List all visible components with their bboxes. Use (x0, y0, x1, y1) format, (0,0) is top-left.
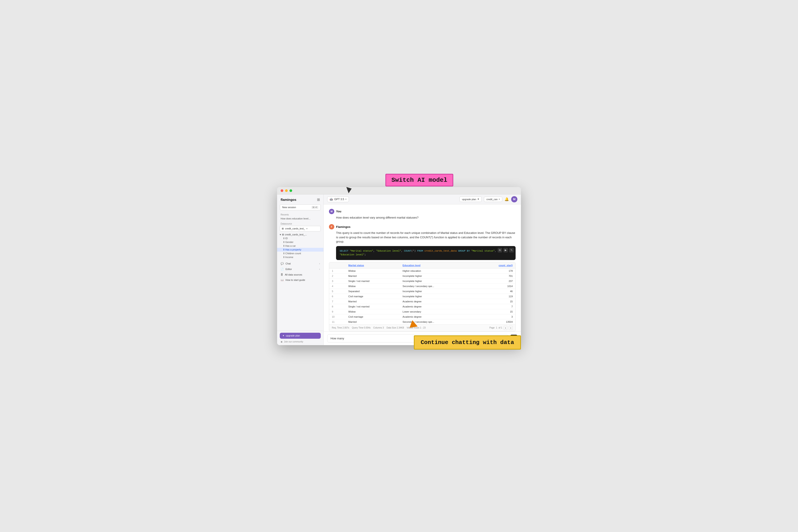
sidebar-item-editor-left: 📄 Editor (281, 268, 292, 271)
sql-code-block: ⧉ ▶ ✎ SELECT "Marital status", "Educatio… (336, 246, 516, 260)
sql-copy-button[interactable]: ⧉ (498, 248, 502, 252)
sidebar-item-datasources-label: All data sources (285, 273, 302, 276)
page-num: 1 (496, 326, 497, 329)
table-row: 3 Single / not married Incomplete higher… (329, 279, 515, 284)
tree-child-childrencount[interactable]: Ⅱ Children count (277, 252, 323, 255)
tree-parent-label: credit_cards_test_... (285, 233, 307, 236)
title-bar (277, 187, 521, 194)
col-header-marital[interactable]: Marital status (346, 263, 400, 268)
credit-chevron-icon: ▾ (499, 198, 500, 201)
sidebar-item-howto-label: How to start guide (285, 279, 305, 281)
user-message-header: M You (329, 209, 516, 214)
data-size: Data Size 2.34KB (386, 326, 404, 329)
upgrade-plan-label: upgrade plan (462, 198, 476, 201)
tree-child-label-id: ID (285, 237, 288, 240)
table-row: 11 Married Secondary / secondary spe... … (329, 319, 515, 324)
table-footer: Req. Time 2.007s Query Time 0.004s Colum… (329, 324, 515, 331)
tree-col-icon-hascar: Ⅱ (283, 245, 284, 247)
tree-child-label-childrencount: Children count (285, 252, 301, 255)
sidebar-nav: 💬 Chat › 📄 Editor › 🗄 (277, 261, 323, 331)
tree-child-label-gender: Gender (285, 241, 293, 243)
tree-col-icon-income: Ⅱ (283, 256, 284, 259)
top-bar: 🤖 GPT 3.5 ▾ upgrade plan ✦ credit_can ▾ (324, 194, 521, 204)
new-session-shortcut: ⌘+K (311, 206, 318, 209)
community-label: Join our community (284, 341, 303, 343)
svg-marker-1 (410, 320, 419, 330)
tree-table-icon: ⊞ (282, 233, 284, 236)
tree-col-icon-gender: Ⅱ (283, 241, 284, 244)
sidebar-item-howto[interactable]: 📖 How to start guide (277, 277, 323, 283)
main-content: 🤖 GPT 3.5 ▾ upgrade plan ✦ credit_can ▾ (324, 194, 521, 345)
sql-edit-button[interactable]: ✎ (509, 248, 514, 252)
tree-child-hascar[interactable]: Ⅱ Has a car (277, 244, 323, 248)
tree-parent[interactable]: ▾ ⊞ credit_cards_test_... (277, 233, 323, 236)
svg-marker-0 (346, 185, 353, 193)
table-row: 5 Separated Incomplete higher 46 (329, 289, 515, 294)
sidebar-item-chat[interactable]: 💬 Chat › (277, 261, 323, 266)
tree-child-id[interactable]: Ⅱ ID (277, 236, 323, 240)
ai-message-name: Flamingos (336, 225, 350, 229)
upgrade-icon: ✦ (282, 334, 284, 337)
upgrade-plan-sidebar-button[interactable]: ✦ upgrade plan (280, 333, 321, 339)
chat-area: M You How does education level vary amon… (324, 204, 521, 331)
app-layout: flamingos ⊞ New session ⌘+K Recents How … (277, 194, 521, 345)
datasource-selector[interactable]: ⊞ credit_cards_test_ ▾ (280, 226, 321, 231)
datasource-label: Datasource (277, 221, 323, 226)
editor-icon: 📄 (281, 268, 284, 271)
table-row: 2 Married Incomplete higher 701 (329, 273, 515, 279)
ai-message-block: F Flamingos This query is used to count … (329, 224, 516, 331)
chat-icon: 💬 (281, 262, 284, 265)
row-education: Higher education (400, 268, 475, 273)
sql-code: SELECT "Marital status", "Education leve… (340, 249, 512, 257)
sql-actions: ⧉ ▶ ✎ (498, 248, 514, 252)
sidebar-item-datasources[interactable]: 🗄 All data sources (277, 272, 323, 277)
table-header: Marital status Education level count_sta… (329, 263, 515, 268)
sidebar-item-editor[interactable]: 📄 Editor › (277, 266, 323, 272)
recents-label: Recents (277, 213, 323, 216)
user-message-avatar: M (329, 209, 334, 214)
tree-child-income[interactable]: Ⅱ Income (277, 255, 323, 259)
recent-item[interactable]: How does education level... (277, 216, 323, 221)
traffic-light-green[interactable] (289, 189, 292, 192)
credit-button[interactable]: credit_can ▾ (484, 197, 502, 202)
model-label: GPT 3.5 (334, 198, 344, 201)
chevron-down-icon: ▾ (306, 227, 307, 230)
table-body: 1 Widow Higher education 178 2 Married I… (329, 268, 515, 324)
tree-child-label-hascar: Has a car (285, 245, 296, 247)
page-label: Page (490, 326, 495, 329)
sidebar-header: flamingos ⊞ (277, 194, 323, 204)
new-session-button[interactable]: New session ⌘+K (280, 204, 321, 210)
datasource-name: credit_cards_test_ (285, 227, 305, 230)
sql-run-button[interactable]: ▶ (504, 248, 508, 252)
col-header-education[interactable]: Education level (400, 263, 475, 268)
sidebar-item-datasources-left: 🗄 All data sources (281, 273, 302, 276)
user-message-name: You (336, 210, 341, 213)
app-name: flamingos (281, 198, 297, 202)
upgrade-plan-icon: ✦ (477, 198, 479, 201)
col-header-count[interactable]: count_star() (475, 263, 515, 268)
tree-child-gender[interactable]: Ⅱ Gender (277, 240, 323, 244)
upgrade-plan-topbar-button[interactable]: upgrade plan ✦ (459, 196, 482, 202)
ai-message-avatar: F (329, 224, 334, 229)
pagination: Page 1 of 1 ‹ › (490, 326, 513, 330)
sidebar-item-chat-label: Chat (285, 262, 291, 265)
tree-expand-icon: ▾ (280, 233, 281, 236)
model-selector[interactable]: 🤖 GPT 3.5 ▾ (327, 196, 349, 202)
traffic-light-red[interactable] (281, 189, 283, 192)
sidebar-item-howto-left: 📖 How to start guide (281, 279, 305, 282)
row-count: 178 (475, 268, 515, 273)
datasource-icon: ⊞ (282, 227, 284, 230)
sidebar-toggle-btn[interactable]: ⊞ (317, 197, 320, 202)
user-avatar[interactable]: M (511, 196, 517, 202)
next-page-button[interactable]: › (509, 326, 513, 330)
user-message-text: How does education level vary among diff… (329, 215, 516, 220)
of-label: of 1 (498, 326, 502, 329)
tree-child-hasproperty[interactable]: Ⅱ Has a property (277, 248, 323, 252)
bell-icon[interactable]: 🔔 (505, 197, 509, 201)
prev-page-button[interactable]: ‹ (504, 326, 508, 330)
community-link[interactable]: ◉ Join our community (280, 340, 321, 343)
traffic-light-yellow[interactable] (285, 189, 288, 192)
table-row: 6 Civil marriage Incomplete higher 119 (329, 294, 515, 299)
table-row: 4 Widow Secondary / secondary spe... 101… (329, 284, 515, 289)
row-marital: Widow (346, 268, 400, 273)
